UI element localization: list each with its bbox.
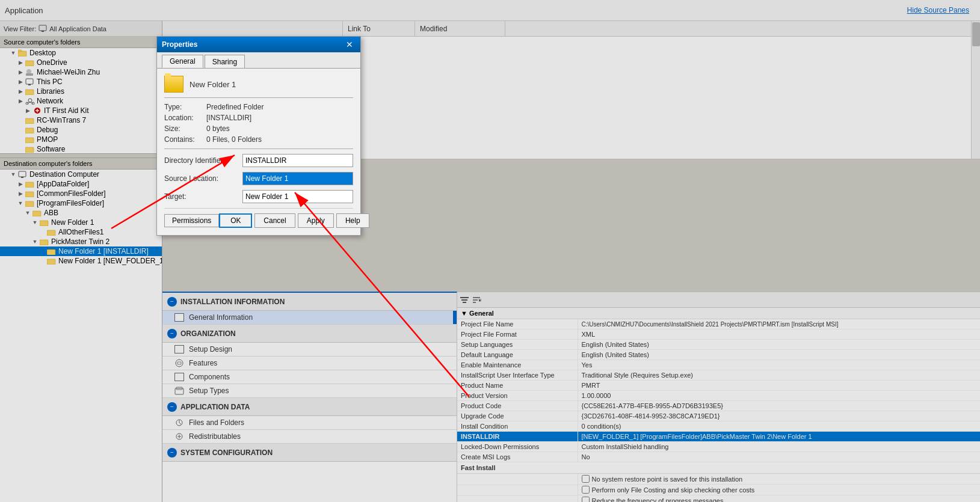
dialog-folder-name: New Folder 1 bbox=[190, 80, 236, 89]
dialog-sourceloc-input[interactable] bbox=[242, 172, 353, 185]
dialog-ok-cancel-area: OK Cancel Apply Help bbox=[219, 213, 369, 228]
dialog-folder-header: New Folder 1 bbox=[164, 76, 353, 98]
dialog-type-row: Type: Predefined Folder bbox=[164, 103, 353, 111]
dialog-type-value: Predefined Folder bbox=[206, 103, 263, 111]
dialog-target-input[interactable] bbox=[242, 190, 353, 203]
properties-dialog: Properties ✕ General Sharing New Folder … bbox=[156, 36, 361, 236]
cancel-button[interactable]: Cancel bbox=[254, 213, 295, 228]
dialog-target-row: Target: bbox=[164, 190, 353, 203]
dialog-size-value: 0 bytes bbox=[206, 124, 230, 133]
dialog-sourceloc-label: Source Location: bbox=[164, 174, 242, 183]
dialog-sourceloc-row: Source Location: bbox=[164, 172, 353, 185]
dialog-location-label: Location: bbox=[164, 114, 206, 122]
ok-button[interactable]: OK bbox=[219, 213, 252, 228]
dialog-tabs: General Sharing bbox=[157, 52, 360, 69]
dialog-dirid-row: Directory Identifier: bbox=[164, 154, 353, 167]
dialog-close-button[interactable]: ✕ bbox=[344, 40, 356, 49]
tab-sharing[interactable]: Sharing bbox=[205, 55, 245, 68]
apply-button[interactable]: Apply bbox=[298, 213, 334, 228]
dialog-target-label: Target: bbox=[164, 192, 242, 201]
dialog-dirid-label: Directory Identifier: bbox=[164, 156, 242, 165]
dialog-size-row: Size: 0 bytes bbox=[164, 124, 353, 133]
dialog-dirid-input[interactable] bbox=[242, 154, 353, 167]
dialog-type-label: Type: bbox=[164, 103, 206, 111]
dialog-contains-label: Contains: bbox=[164, 135, 206, 144]
dialog-actions: Permissions OK Cancel Apply Help bbox=[164, 208, 353, 228]
help-button[interactable]: Help bbox=[336, 213, 369, 228]
dialog-contains-row: Contains: 0 Files, 0 Folders bbox=[164, 135, 353, 144]
main-container: Application Hide Source Panes View Filte… bbox=[0, 0, 980, 502]
dialog-size-label: Size: bbox=[164, 124, 206, 133]
dialog-titlebar: Properties ✕ bbox=[157, 37, 360, 52]
dialog-location-value: [INSTALLDIR] bbox=[206, 114, 251, 122]
dialog-body: New Folder 1 Type: Predefined Folder Loc… bbox=[157, 69, 360, 235]
dialog-title: Properties bbox=[162, 40, 344, 49]
dialog-overlay: Properties ✕ General Sharing New Folder … bbox=[0, 0, 980, 502]
permissions-button[interactable]: Permissions bbox=[164, 214, 219, 227]
big-folder-icon bbox=[164, 76, 183, 93]
dialog-contains-value: 0 Files, 0 Folders bbox=[206, 135, 262, 144]
dialog-location-row: Location: [INSTALLDIR] bbox=[164, 114, 353, 122]
tab-general[interactable]: General bbox=[162, 55, 203, 68]
dialog-separator bbox=[164, 148, 353, 149]
